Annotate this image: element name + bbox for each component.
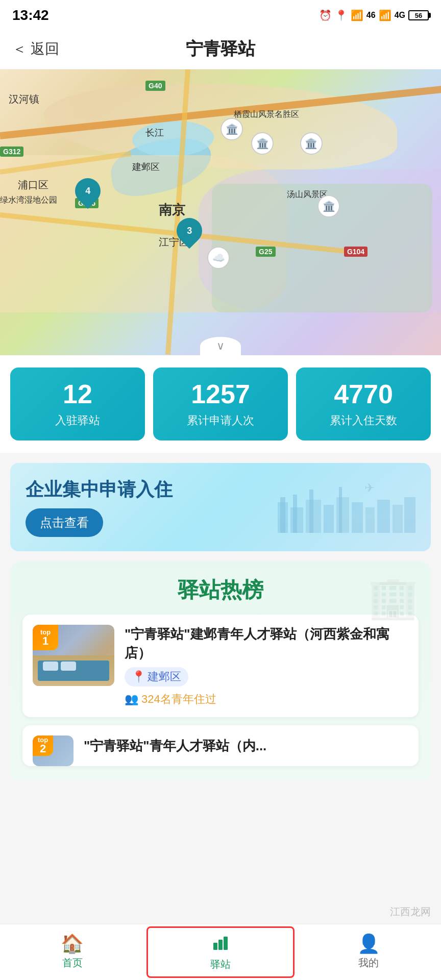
battery-icon: 56 (408, 10, 429, 20)
hot-list-title: 驿站热榜 (22, 576, 419, 604)
map-expand-button[interactable]: ∨ (200, 337, 241, 355)
hot-list-item-2[interactable]: top 2 "宁青驿站"青年人才驿站（内... (22, 725, 419, 766)
nav-label-home: 首页 (62, 956, 83, 970)
status-bar: 13:42 ⏰ 📍 📶 46 📶 4G 56 (0, 0, 441, 29)
svg-rect-7 (336, 497, 349, 533)
user-icon: 👤 (357, 935, 380, 953)
svg-rect-1 (280, 497, 285, 533)
map-building-icon-4: ☁️ (207, 247, 230, 269)
room-pillow-2 (61, 662, 76, 671)
map-badge-g104: G104 (344, 247, 368, 257)
stat-number-stations: 12 (63, 380, 92, 409)
nav-header: ＜ 返回 宁青驿站 (0, 29, 441, 69)
banner-content: 企业集中申请入住 点击查看 (26, 477, 273, 537)
map-area[interactable]: 汉河镇 浦口区 南京 建邺区 江宁区 长江 栖霞山风景名胜区 汤山风景区 绿水湾… (0, 69, 441, 355)
nav-label-station: 驿站 (210, 958, 231, 971)
map-badge-g40: G40 (145, 81, 165, 91)
signal-icon: 📶 (379, 9, 391, 21)
stat-card-applicants: 1257 累计申请人次 (153, 368, 288, 440)
rank-badge-1: top 1 (33, 625, 58, 650)
map-label-changjiang: 长江 (145, 127, 164, 139)
rank-badge-2: top 2 (33, 736, 53, 756)
nav-item-station[interactable]: 驿站 (146, 926, 294, 978)
hot-item-1-image: top 1 (33, 625, 114, 686)
svg-rect-12 (393, 505, 403, 533)
map-label-qixia: 栖霞山风景名胜区 (234, 109, 299, 120)
svg-text:✈: ✈ (364, 482, 375, 495)
alarm-icon: ⏰ (319, 9, 332, 21)
people-icon: 👥 (125, 693, 138, 706)
svg-rect-10 (365, 507, 375, 533)
stats-cards: 12 入驻驿站 1257 累计申请人次 4770 累计入住天数 (10, 368, 431, 440)
nav-label-mine: 我的 (358, 956, 379, 970)
hot-item-2-title-container: "宁青驿站"青年人才驿站（内... (84, 736, 266, 756)
skyline-svg: ✈ (273, 482, 415, 533)
banner-button[interactable]: 点击查看 (26, 508, 103, 537)
back-button[interactable]: ＜ 返回 (12, 39, 59, 59)
banner-skyline: ✈ (273, 482, 415, 533)
svg-rect-16 (218, 940, 223, 950)
station-icon (211, 934, 230, 954)
stats-section: 12 入驻驿站 1257 累计申请人次 4770 累计入住天数 (0, 355, 441, 453)
hot-list-section: 🏢 驿站热榜 top 1 "宁青驿站"建邺青年人才驿站（河西紫金和寓店） 📍 建… (10, 561, 431, 780)
map-label-pukou: 浦口区 (18, 178, 48, 192)
nav-item-home[interactable]: 🏠 首页 (0, 924, 144, 980)
map-label-jianye: 建邺区 (132, 161, 160, 173)
map-label-greenpark: 绿水湾湿地公园 (0, 195, 57, 206)
map-label-nanjing: 南京 (159, 201, 185, 219)
wifi-icon: 📶 (351, 9, 363, 21)
svg-rect-17 (224, 937, 228, 950)
nav-item-mine[interactable]: 👤 我的 (297, 924, 441, 980)
svg-rect-6 (324, 505, 334, 533)
status-time: 13:42 (12, 7, 49, 23)
svg-rect-5 (309, 489, 313, 533)
stat-label-applicants: 累计申请人次 (187, 413, 254, 428)
stat-card-days: 4770 累计入住天数 (296, 368, 431, 440)
banner-title: 企业集中申请入住 (26, 477, 273, 502)
map-badge-g312: G312 (0, 146, 23, 157)
hot-item-2-title: "宁青驿站"青年人才驿站（内... (84, 737, 266, 755)
svg-rect-15 (213, 943, 217, 950)
location-pin-icon: 📍 (132, 670, 145, 683)
hot-item-1-district: 📍 建邺区 (125, 667, 188, 687)
bottom-spacer (0, 780, 441, 847)
map-label-hanhe: 汉河镇 (9, 92, 39, 106)
building-decoration: 🏢 (368, 574, 419, 622)
room-pillow-1 (43, 662, 58, 671)
svg-rect-9 (352, 502, 363, 533)
map-building-icon-1: 🏛️ (220, 118, 243, 140)
rank-number-1: 1 (42, 635, 48, 647)
svg-rect-11 (377, 500, 390, 533)
status-icons: ⏰ 📍 📶 46 📶 4G 56 (319, 9, 429, 21)
stat-label-stations: 入驻驿站 (55, 413, 100, 428)
home-icon: 🏠 (61, 935, 84, 953)
svg-rect-8 (339, 487, 342, 533)
signal-4g-2-icon: 4G (395, 11, 405, 20)
map-building-icon-5: 🏛️ (300, 132, 323, 155)
svg-rect-3 (293, 495, 297, 533)
stat-number-applicants: 1257 (191, 380, 250, 409)
watermark: 江西龙网 (390, 905, 431, 919)
banner-section: 企业集中申请入住 点击查看 ✈ (10, 463, 431, 551)
svg-rect-13 (404, 497, 415, 533)
hot-item-1-visitors: 👥 324名青年住过 (125, 692, 408, 707)
hot-item-1-info: "宁青驿站"建邺青年人才驿站（河西紫金和寓店） 📍 建邺区 👥 324名青年住过 (125, 625, 408, 707)
stat-label-days: 累计入住天数 (330, 413, 397, 428)
chevron-down-icon: ∨ (216, 339, 225, 353)
hot-item-2-image: top 2 (33, 736, 74, 766)
stat-number-days: 4770 (334, 380, 393, 409)
signal-4g-icon: 46 (366, 11, 376, 20)
hot-list-item-1[interactable]: top 1 "宁青驿站"建邺青年人才驿站（河西紫金和寓店） 📍 建邺区 👥 32… (22, 615, 419, 717)
rank-number-2: 2 (40, 743, 46, 754)
map-badge-g25: G25 (256, 247, 275, 257)
hot-item-1-title: "宁青驿站"建邺青年人才驿站（河西紫金和寓店） (125, 625, 408, 662)
map-background: 汉河镇 浦口区 南京 建邺区 江宁区 长江 栖霞山风景名胜区 汤山风景区 绿水湾… (0, 69, 441, 355)
stat-card-stations: 12 入驻驿站 (10, 368, 145, 440)
location-icon: 📍 (335, 9, 348, 21)
page-title: 宁青驿站 (186, 37, 255, 61)
bottom-nav: 🏠 首页 驿站 👤 我的 (0, 924, 441, 980)
